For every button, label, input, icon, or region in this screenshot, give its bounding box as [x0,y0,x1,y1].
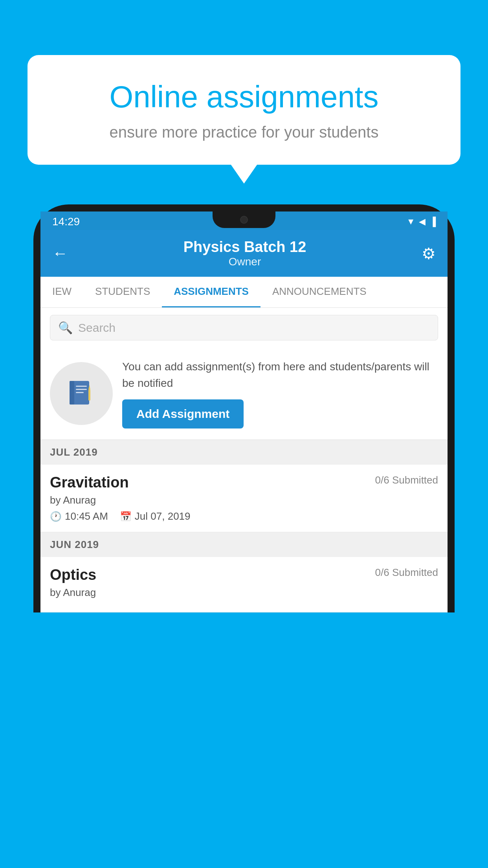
assignment-by: by Anurag [50,494,438,506]
section-header-jun: JUN 2019 [40,532,448,557]
promo-right: You can add assignment(s) from here and … [122,359,438,428]
phone-container: 14:29 ▼ ◀ ▐ ← Physics Batch 12 Owner ⚙ I… [33,204,455,868]
section-header-jul: JUL 2019 [40,440,448,465]
calendar-icon: 📅 [120,511,132,522]
meta-time: 🕐 10:45 AM [50,510,108,522]
status-icons: ▼ ◀ ▐ [407,217,436,227]
svg-rect-3 [76,389,87,390]
battery-icon: ▐ [429,217,436,227]
phone-notch [213,211,275,228]
phone-frame: 14:29 ▼ ◀ ▐ ← Physics Batch 12 Owner ⚙ I… [33,204,455,612]
assignment-name: Gravitation [50,474,129,491]
assignment-submitted: 0/6 Submitted [375,474,438,486]
tab-students[interactable]: STUDENTS [83,277,162,307]
promo-icon-circle [50,362,113,425]
assignment-item-gravitation[interactable]: Gravitation 0/6 Submitted by Anurag 🕐 10… [40,465,448,532]
tabs-bar: IEW STUDENTS ASSIGNMENTS ANNOUNCEMENTS [40,277,448,308]
notebook-svg-icon [66,378,97,409]
clock-icon: 🕐 [50,511,62,522]
search-placeholder: Search [78,321,116,335]
svg-rect-1 [70,381,74,405]
search-icon: 🔍 [58,321,73,335]
assignment-top-row-optics: Optics 0/6 Submitted [50,566,438,583]
speech-bubble-area: Online assignments ensure more practice … [28,55,460,165]
add-assignment-button[interactable]: Add Assignment [122,399,244,428]
meta-date: 📅 Jul 07, 2019 [120,510,191,522]
phone-screen: 🔍 Search [40,308,448,612]
signal-icon: ◀ [419,217,426,227]
settings-icon[interactable]: ⚙ [422,245,436,263]
assignment-promo: You can add assignment(s) from here and … [40,348,448,440]
svg-rect-2 [76,386,87,387]
assignment-name-optics: Optics [50,566,96,583]
svg-rect-4 [76,392,84,393]
svg-rect-5 [88,390,90,401]
assignment-top-row: Gravitation 0/6 Submitted [50,474,438,491]
promo-description: You can add assignment(s) from here and … [122,359,438,392]
assignment-time: 10:45 AM [65,510,108,522]
status-time: 14:29 [52,215,80,228]
tab-assignments[interactable]: ASSIGNMENTS [162,277,261,307]
speech-bubble: Online assignments ensure more practice … [28,55,460,165]
header-title-area: Physics Batch 12 Owner [183,239,306,268]
assignment-meta: 🕐 10:45 AM 📅 Jul 07, 2019 [50,510,438,522]
search-bar: 🔍 Search [40,308,448,348]
app-header: ← Physics Batch 12 Owner ⚙ [40,230,448,277]
assignment-date: Jul 07, 2019 [135,510,191,522]
wifi-icon: ▼ [407,217,415,227]
speech-bubble-title: Online assignments [55,79,433,116]
assignment-submitted-optics: 0/6 Submitted [375,566,438,579]
header-title: Physics Batch 12 [183,239,306,256]
speech-bubble-subtitle: ensure more practice for your students [55,123,433,141]
notch-camera [240,216,248,224]
assignment-by-optics: by Anurag [50,587,438,599]
back-button[interactable]: ← [52,245,68,262]
search-input-wrap[interactable]: 🔍 Search [50,315,438,340]
tab-announcements[interactable]: ANNOUNCEMENTS [261,277,378,307]
assignment-item-optics[interactable]: Optics 0/6 Submitted by Anurag [40,557,448,612]
header-subtitle: Owner [183,256,306,268]
tab-iew[interactable]: IEW [40,277,83,307]
